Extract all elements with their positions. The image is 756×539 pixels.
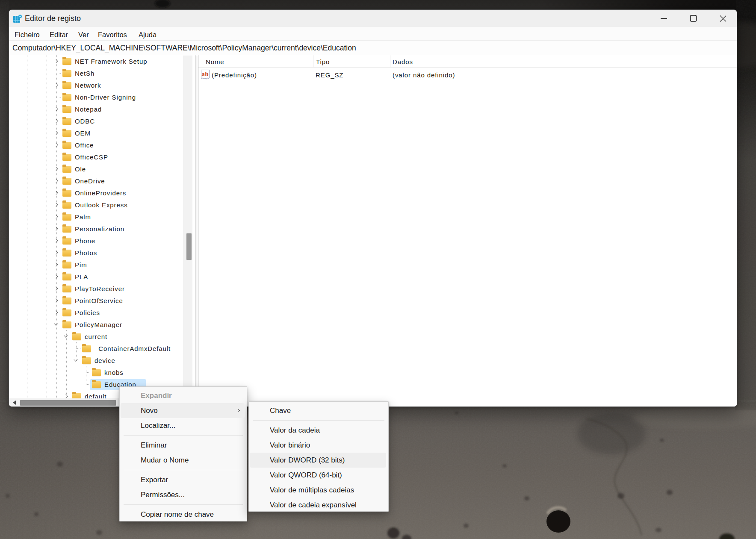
svg-text:ab: ab (201, 71, 209, 77)
